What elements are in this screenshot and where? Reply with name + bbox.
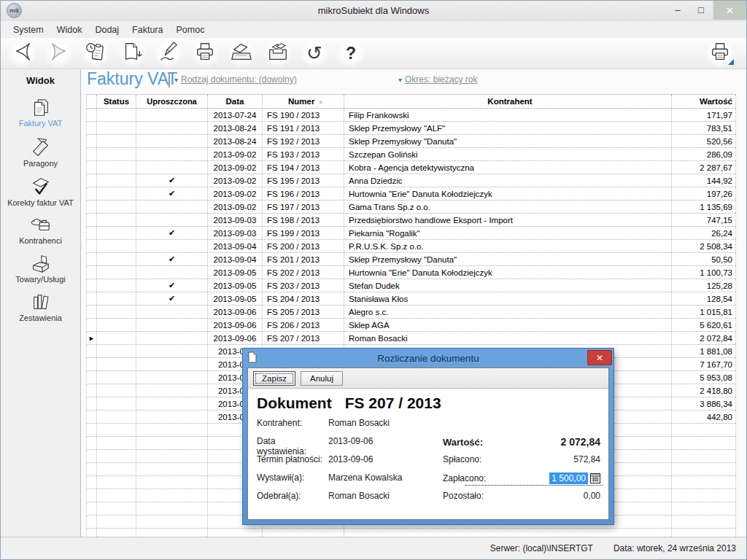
table-row[interactable]: 2013-09-02FS 193 / 2013Szczepan Goliński… (86, 148, 736, 161)
cell-number: FS 201 / 2013 (263, 253, 344, 265)
cell-simplified (136, 489, 208, 502)
tasks-button[interactable] (81, 39, 110, 68)
filter-document-type[interactable]: ▾Rodzaj dokumentu: (dowolny) (174, 74, 297, 85)
menu-pomoc[interactable]: Pomoc (169, 23, 211, 37)
cell-simplified (136, 516, 208, 528)
table-row[interactable]: 2013-08-24FS 191 / 2013Sklep Przemysłowy… (86, 122, 736, 135)
cell-date: 2013-09-05 (208, 279, 263, 292)
menu-system[interactable]: System (7, 23, 50, 37)
cell-value (672, 489, 736, 502)
column-header-numer[interactable]: Numer▴ (263, 95, 344, 108)
menu-bar: SystemWidokDodajFakturaPomoc (1, 21, 746, 38)
print-settings-button[interactable] (704, 39, 736, 68)
send-document-button[interactable] (227, 39, 256, 68)
table-row[interactable]: ✔2013-09-05FS 204 / 2013Stanisława Kłos1… (86, 292, 736, 306)
table-row[interactable]: 2013-09-04FS 200 / 2013P.R.U.S.K. Sp.z o… (86, 240, 736, 253)
cell-status (97, 502, 136, 515)
cell-number: FS 203 / 2013 (263, 279, 344, 292)
cell-date: 2013-09-04 (208, 240, 263, 252)
help-button[interactable]: ? (336, 39, 365, 68)
toolbar: ↺? (1, 38, 746, 69)
table-row[interactable]: 2013-09-02FS 194 / 2013Kobra - Agencja d… (86, 161, 736, 174)
new-document-button[interactable] (117, 39, 147, 68)
sidebar-item-label: Faktury VAT (1, 119, 80, 128)
cell-pointer (87, 476, 97, 489)
dialog-content: DokumentFS 207 / 2013 Kontrahent:Roman B… (248, 389, 608, 519)
table-header: StatusUproszczonaDataNumer▴KontrahentWar… (86, 94, 736, 109)
cell-date: 2013-09-02 (208, 187, 263, 200)
cell-status (97, 489, 136, 502)
amount-label: Spłacono: (443, 454, 481, 464)
sidebar-item-kontrahenci[interactable]: Kontrahenci (1, 213, 80, 245)
edit-button[interactable] (154, 39, 183, 68)
table-row[interactable]: 2013-08-24FS 192 / 2013Sklep Przemysłowy… (86, 135, 736, 148)
paid-amount-input[interactable]: 1 500,00 (549, 472, 588, 484)
table-row[interactable]: 2013-09-06FS 205 / 2013Alegro s.c.1 015,… (86, 306, 736, 319)
heading-document-number: FS 207 / 2013 (345, 394, 441, 411)
save-button[interactable]: Zapisz (253, 371, 295, 386)
sidebar-item-faktury-vat[interactable]: Faktury VAT (1, 96, 80, 128)
receipts-icon (1, 136, 80, 159)
sidebar-item-paragony[interactable]: Paragony (1, 136, 80, 168)
table-row[interactable]: ✔2013-09-04FS 201 / 2013Sklep Przemysłow… (86, 253, 736, 266)
forward-button[interactable] (44, 39, 74, 68)
cell-date: 2013-09-03 (208, 214, 263, 226)
cell-value: 7 167,70 (672, 358, 736, 370)
cell-contractor: Sklep Przemysłowy "Danuta" (344, 253, 672, 265)
cell-pointer (87, 529, 97, 537)
column-header-pointer[interactable] (87, 95, 97, 108)
cell-simplified: ✔ (136, 292, 208, 305)
filter-period-label: Okres: bieżący rok (405, 74, 477, 85)
calculator-icon[interactable] (590, 473, 600, 483)
field-value: Roman Bosacki (328, 418, 390, 428)
table-row[interactable]: ✔2013-09-02FS 195 / 2013Anna Dziedzic144… (86, 174, 736, 187)
status-server: Serwer: (local)\INSERTGT (490, 543, 593, 553)
heading-label: Dokument (257, 394, 332, 411)
cell-number: FS 204 / 2013 (263, 292, 344, 305)
sidebar-item-korekty-faktur-vat[interactable]: Korekty faktur VAT (1, 175, 80, 207)
print-button[interactable] (190, 39, 220, 68)
amount-label: Wartość: (443, 437, 483, 448)
table-row[interactable]: 2013-09-02FS 197 / 2013Gama Trans Sp.z o… (86, 201, 736, 214)
table-row[interactable]: ✔2013-09-05FS 203 / 2013Stefan Dudek125,… (86, 279, 736, 292)
chevron-down-icon: ▾ (174, 76, 178, 84)
table-row[interactable]: 2013-07-24FS 190 / 2013Filip Frankowski1… (86, 109, 736, 122)
close-button[interactable]: ✕ (713, 1, 746, 20)
cell-status (97, 227, 136, 239)
documents-box-button[interactable] (263, 39, 293, 68)
cell-contractor: Przedsiębiorstwo handlowe Eksport - Impo… (344, 214, 672, 226)
column-header-data[interactable]: Data (208, 95, 263, 108)
window-title: mikroSubiekt dla Windows (1, 5, 746, 16)
column-header-status[interactable]: Status (97, 95, 136, 108)
cell-value: 520,56 (672, 135, 736, 147)
column-header-uproszczona[interactable]: Uproszczona (136, 95, 208, 108)
cell-simplified (136, 214, 208, 226)
table-row[interactable]: 2013-09-05FS 202 / 2013Hurtownia "Erie" … (86, 266, 736, 279)
cell-simplified (136, 384, 208, 397)
cell-value: 442,80 (672, 411, 736, 423)
maximize-button[interactable]: □ (689, 1, 713, 18)
sidebar-item-towary-us-ugi[interactable]: Towary/Usługi (1, 252, 80, 284)
table-row[interactable]: ✔2013-09-02FS 196 / 2013Hurtownia "Erie"… (86, 187, 736, 201)
column-header-kontrahent[interactable]: Kontrahent (344, 95, 672, 108)
table-row[interactable]: ✔2013-09-03FS 199 / 2013Piekarnia "Rogal… (86, 227, 736, 240)
sidebar-item-zestawienia[interactable]: Zestawienia (1, 290, 80, 322)
menu-faktura[interactable]: Faktura (125, 23, 169, 37)
amount-row-sp-acono: Spłacono:572,84 (443, 454, 600, 464)
table-row[interactable]: 2013-09-06FS 206 / 2013Sklep AGA5 620,61 (86, 319, 736, 332)
table-row[interactable]: 2013-09-03FS 198 / 2013Przedsiębiorstwo … (86, 214, 736, 227)
menu-widok[interactable]: Widok (50, 23, 89, 37)
undo-button[interactable]: ↺ (300, 39, 329, 68)
table-row[interactable]: ►2013-09-06FS 207 / 2013Roman Bosacki2 0… (86, 332, 736, 345)
cell-pointer (87, 371, 97, 384)
cell-pointer (87, 253, 97, 265)
menu-dodaj[interactable]: Dodaj (88, 23, 125, 37)
dialog-close-button[interactable]: ✕ (587, 350, 612, 365)
minimize-button[interactable]: – (666, 1, 689, 18)
cell-value (672, 529, 736, 537)
column-header-warto[interactable]: Wartość (672, 95, 736, 108)
filter-period[interactable]: ▾Okres: bieżący rok (398, 74, 477, 85)
back-button[interactable] (8, 39, 37, 68)
amount-row-warto: Wartość:2 072,84 (443, 436, 600, 448)
cancel-button[interactable]: Anuluj (301, 371, 343, 386)
